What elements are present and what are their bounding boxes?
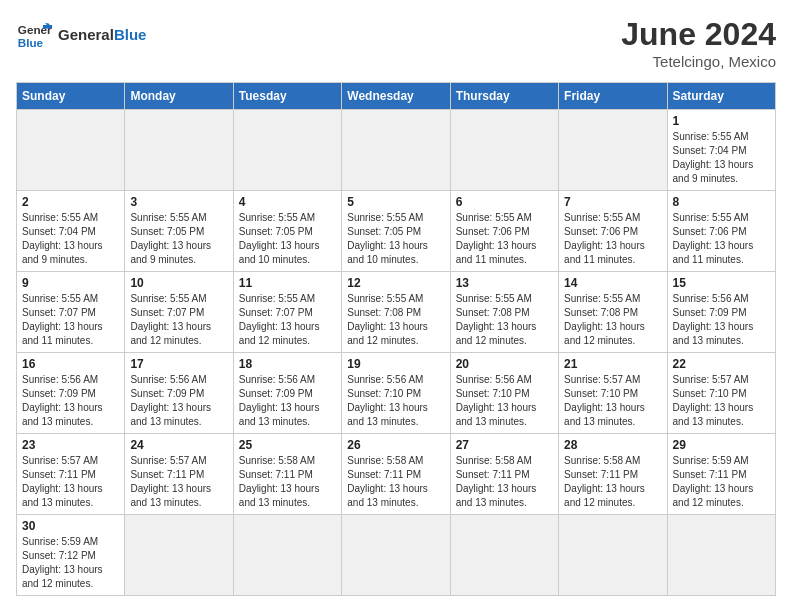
- day-info: Sunrise: 5:55 AM Sunset: 7:08 PM Dayligh…: [564, 292, 661, 348]
- day-number: 28: [564, 438, 661, 452]
- weekday-header-wednesday: Wednesday: [342, 83, 450, 110]
- logo-general: GeneralBlue: [58, 26, 146, 43]
- calendar-cell: 27Sunrise: 5:58 AM Sunset: 7:11 PM Dayli…: [450, 434, 558, 515]
- calendar-cell: 28Sunrise: 5:58 AM Sunset: 7:11 PM Dayli…: [559, 434, 667, 515]
- calendar-cell: 4Sunrise: 5:55 AM Sunset: 7:05 PM Daylig…: [233, 191, 341, 272]
- day-number: 4: [239, 195, 336, 209]
- logo: General Blue GeneralBlue: [16, 16, 146, 52]
- day-number: 22: [673, 357, 770, 371]
- calendar-cell: 16Sunrise: 5:56 AM Sunset: 7:09 PM Dayli…: [17, 353, 125, 434]
- svg-text:Blue: Blue: [18, 36, 44, 49]
- weekday-header-tuesday: Tuesday: [233, 83, 341, 110]
- day-info: Sunrise: 5:55 AM Sunset: 7:06 PM Dayligh…: [564, 211, 661, 267]
- calendar-cell: 3Sunrise: 5:55 AM Sunset: 7:05 PM Daylig…: [125, 191, 233, 272]
- calendar-cell: 5Sunrise: 5:55 AM Sunset: 7:05 PM Daylig…: [342, 191, 450, 272]
- day-info: Sunrise: 5:56 AM Sunset: 7:09 PM Dayligh…: [239, 373, 336, 429]
- day-info: Sunrise: 5:55 AM Sunset: 7:05 PM Dayligh…: [239, 211, 336, 267]
- calendar-cell: 24Sunrise: 5:57 AM Sunset: 7:11 PM Dayli…: [125, 434, 233, 515]
- calendar-week-5: 23Sunrise: 5:57 AM Sunset: 7:11 PM Dayli…: [17, 434, 776, 515]
- calendar-cell: [342, 515, 450, 596]
- day-info: Sunrise: 5:58 AM Sunset: 7:11 PM Dayligh…: [239, 454, 336, 510]
- day-number: 17: [130, 357, 227, 371]
- calendar-cell: [450, 110, 558, 191]
- day-number: 30: [22, 519, 119, 533]
- weekday-header-sunday: Sunday: [17, 83, 125, 110]
- calendar-cell: [559, 110, 667, 191]
- location: Tetelcingo, Mexico: [621, 53, 776, 70]
- calendar-cell: 6Sunrise: 5:55 AM Sunset: 7:06 PM Daylig…: [450, 191, 558, 272]
- page-header: General Blue GeneralBlue June 2024 Tetel…: [16, 16, 776, 70]
- day-number: 12: [347, 276, 444, 290]
- weekday-header-monday: Monday: [125, 83, 233, 110]
- calendar-cell: 19Sunrise: 5:56 AM Sunset: 7:10 PM Dayli…: [342, 353, 450, 434]
- day-info: Sunrise: 5:55 AM Sunset: 7:08 PM Dayligh…: [456, 292, 553, 348]
- calendar-cell: [667, 515, 775, 596]
- calendar-week-4: 16Sunrise: 5:56 AM Sunset: 7:09 PM Dayli…: [17, 353, 776, 434]
- calendar-cell: 30Sunrise: 5:59 AM Sunset: 7:12 PM Dayli…: [17, 515, 125, 596]
- day-number: 5: [347, 195, 444, 209]
- calendar-cell: 29Sunrise: 5:59 AM Sunset: 7:11 PM Dayli…: [667, 434, 775, 515]
- calendar-cell: 17Sunrise: 5:56 AM Sunset: 7:09 PM Dayli…: [125, 353, 233, 434]
- day-info: Sunrise: 5:56 AM Sunset: 7:10 PM Dayligh…: [456, 373, 553, 429]
- calendar-cell: 18Sunrise: 5:56 AM Sunset: 7:09 PM Dayli…: [233, 353, 341, 434]
- day-number: 3: [130, 195, 227, 209]
- calendar-cell: 12Sunrise: 5:55 AM Sunset: 7:08 PM Dayli…: [342, 272, 450, 353]
- day-info: Sunrise: 5:55 AM Sunset: 7:05 PM Dayligh…: [347, 211, 444, 267]
- day-number: 19: [347, 357, 444, 371]
- weekday-header-saturday: Saturday: [667, 83, 775, 110]
- calendar-cell: 14Sunrise: 5:55 AM Sunset: 7:08 PM Dayli…: [559, 272, 667, 353]
- day-info: Sunrise: 5:55 AM Sunset: 7:08 PM Dayligh…: [347, 292, 444, 348]
- calendar-header: SundayMondayTuesdayWednesdayThursdayFrid…: [17, 83, 776, 110]
- svg-rect-3: [43, 25, 52, 29]
- day-info: Sunrise: 5:57 AM Sunset: 7:10 PM Dayligh…: [673, 373, 770, 429]
- title-block: June 2024 Tetelcingo, Mexico: [621, 16, 776, 70]
- day-number: 9: [22, 276, 119, 290]
- calendar-cell: 8Sunrise: 5:55 AM Sunset: 7:06 PM Daylig…: [667, 191, 775, 272]
- day-number: 20: [456, 357, 553, 371]
- day-info: Sunrise: 5:58 AM Sunset: 7:11 PM Dayligh…: [564, 454, 661, 510]
- day-info: Sunrise: 5:57 AM Sunset: 7:11 PM Dayligh…: [22, 454, 119, 510]
- day-number: 8: [673, 195, 770, 209]
- weekday-header-friday: Friday: [559, 83, 667, 110]
- day-info: Sunrise: 5:55 AM Sunset: 7:06 PM Dayligh…: [673, 211, 770, 267]
- calendar-cell: 26Sunrise: 5:58 AM Sunset: 7:11 PM Dayli…: [342, 434, 450, 515]
- calendar-cell: [450, 515, 558, 596]
- calendar-cell: [342, 110, 450, 191]
- day-info: Sunrise: 5:55 AM Sunset: 7:07 PM Dayligh…: [130, 292, 227, 348]
- day-info: Sunrise: 5:55 AM Sunset: 7:06 PM Dayligh…: [456, 211, 553, 267]
- day-number: 6: [456, 195, 553, 209]
- calendar-week-6: 30Sunrise: 5:59 AM Sunset: 7:12 PM Dayli…: [17, 515, 776, 596]
- calendar-table: SundayMondayTuesdayWednesdayThursdayFrid…: [16, 82, 776, 596]
- calendar-cell: 1Sunrise: 5:55 AM Sunset: 7:04 PM Daylig…: [667, 110, 775, 191]
- day-number: 29: [673, 438, 770, 452]
- month-year: June 2024: [621, 16, 776, 53]
- day-info: Sunrise: 5:55 AM Sunset: 7:05 PM Dayligh…: [130, 211, 227, 267]
- logo-icon: General Blue: [16, 16, 52, 52]
- weekday-header-thursday: Thursday: [450, 83, 558, 110]
- calendar-cell: 13Sunrise: 5:55 AM Sunset: 7:08 PM Dayli…: [450, 272, 558, 353]
- calendar-cell: 7Sunrise: 5:55 AM Sunset: 7:06 PM Daylig…: [559, 191, 667, 272]
- calendar-cell: 22Sunrise: 5:57 AM Sunset: 7:10 PM Dayli…: [667, 353, 775, 434]
- day-info: Sunrise: 5:56 AM Sunset: 7:09 PM Dayligh…: [130, 373, 227, 429]
- day-info: Sunrise: 5:56 AM Sunset: 7:09 PM Dayligh…: [673, 292, 770, 348]
- calendar-week-3: 9Sunrise: 5:55 AM Sunset: 7:07 PM Daylig…: [17, 272, 776, 353]
- day-info: Sunrise: 5:55 AM Sunset: 7:04 PM Dayligh…: [673, 130, 770, 186]
- day-number: 24: [130, 438, 227, 452]
- day-info: Sunrise: 5:57 AM Sunset: 7:10 PM Dayligh…: [564, 373, 661, 429]
- calendar-cell: 11Sunrise: 5:55 AM Sunset: 7:07 PM Dayli…: [233, 272, 341, 353]
- day-number: 7: [564, 195, 661, 209]
- day-info: Sunrise: 5:58 AM Sunset: 7:11 PM Dayligh…: [347, 454, 444, 510]
- day-number: 26: [347, 438, 444, 452]
- day-number: 18: [239, 357, 336, 371]
- calendar-cell: 25Sunrise: 5:58 AM Sunset: 7:11 PM Dayli…: [233, 434, 341, 515]
- calendar-cell: [233, 515, 341, 596]
- calendar-cell: 21Sunrise: 5:57 AM Sunset: 7:10 PM Dayli…: [559, 353, 667, 434]
- day-number: 10: [130, 276, 227, 290]
- calendar-cell: 10Sunrise: 5:55 AM Sunset: 7:07 PM Dayli…: [125, 272, 233, 353]
- day-info: Sunrise: 5:58 AM Sunset: 7:11 PM Dayligh…: [456, 454, 553, 510]
- calendar-cell: 2Sunrise: 5:55 AM Sunset: 7:04 PM Daylig…: [17, 191, 125, 272]
- day-number: 14: [564, 276, 661, 290]
- day-number: 15: [673, 276, 770, 290]
- day-info: Sunrise: 5:57 AM Sunset: 7:11 PM Dayligh…: [130, 454, 227, 510]
- calendar-week-1: 1Sunrise: 5:55 AM Sunset: 7:04 PM Daylig…: [17, 110, 776, 191]
